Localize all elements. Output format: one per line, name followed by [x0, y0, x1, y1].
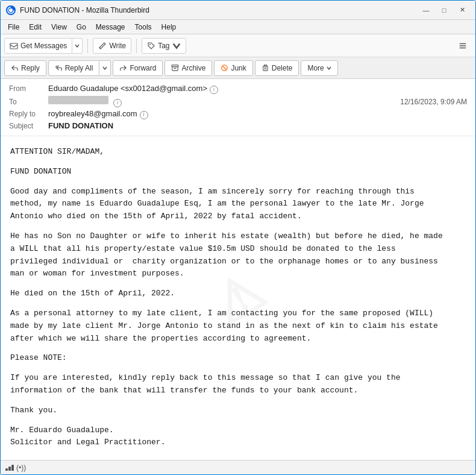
toolbar-separator-1 [87, 39, 88, 53]
status-text: (•)) [16, 464, 26, 472]
signal-icon [5, 465, 14, 471]
menu-hamburger-button[interactable] [454, 38, 472, 54]
title-bar: FUND DONATION - Mozilla Thunderbird — □ … [1, 1, 475, 20]
hamburger-icon [459, 42, 467, 50]
menu-edit[interactable]: Edit [24, 22, 46, 33]
reply-to-info-icon[interactable]: i [140, 111, 148, 119]
signal-bar-2 [8, 467, 11, 471]
window-controls: — □ ✕ [418, 4, 471, 17]
archive-button[interactable]: Archive [164, 60, 212, 76]
svg-point-4 [149, 44, 151, 45]
to-row: To i 12/16/2023, 9:09 AM [9, 96, 467, 107]
reply-label: Reply [21, 64, 40, 72]
window-title: FUND DONATION - Mozilla Thunderbird [20, 6, 418, 14]
junk-icon [221, 64, 228, 72]
menu-tools[interactable]: Tools [130, 22, 157, 33]
write-label: Write [109, 42, 126, 50]
signal-bar-1 [5, 468, 8, 471]
reply-to-row: Reply to roybrealey48@gmail.com i [9, 109, 467, 119]
get-messages-group: Get Messages [4, 38, 83, 54]
minimize-button[interactable]: — [418, 4, 434, 17]
archive-icon [171, 64, 179, 72]
menu-file[interactable]: File [3, 22, 24, 33]
menu-message[interactable]: Message [91, 22, 130, 33]
toolbar-separator-2 [136, 39, 137, 53]
body-paragraph-7: If you are interested, kindly reply back… [10, 372, 466, 397]
subject-label: Subject [9, 122, 48, 130]
action-bar: Reply Reply All [1, 57, 475, 79]
svg-line-12 [223, 66, 227, 70]
email-date: 12/16/2023, 9:09 AM [400, 98, 467, 106]
body-paragraph-3: He has no Son no Daughter or wife to inh… [10, 230, 466, 280]
more-chevron-icon [327, 66, 331, 71]
maximize-button[interactable]: □ [436, 4, 453, 17]
delete-button[interactable]: Delete [255, 60, 299, 76]
reply-button[interactable]: Reply [4, 60, 46, 76]
signal-bar-3 [11, 465, 14, 471]
junk-button[interactable]: Junk [214, 60, 252, 76]
to-redacted-value [48, 96, 108, 104]
close-button[interactable]: ✕ [454, 4, 471, 17]
body-paragraph-9: Mr. Eduardo Guadalupe. Solicitor and Leg… [10, 424, 466, 450]
reply-all-group: Reply All [48, 60, 111, 76]
menu-bar: File Edit View Go Message Tools Help [1, 20, 475, 34]
from-info-icon[interactable]: i [210, 86, 218, 94]
from-label: From [9, 84, 48, 93]
svg-rect-13 [263, 66, 268, 71]
delete-icon [261, 64, 269, 72]
to-info-icon[interactable]: i [113, 99, 122, 107]
delete-label: Delete [272, 64, 293, 72]
body-paragraph-0: ATTENTION SIR/MADAM, [10, 146, 466, 159]
status-bar: (•)) [1, 460, 475, 474]
subject-value: FUND DONATION [48, 121, 113, 130]
forward-label: Forward [130, 64, 156, 72]
pencil-icon [98, 42, 107, 50]
email-header: From Eduardo Guadalupe <sx0012ad@gmail.c… [1, 79, 475, 136]
svg-point-1 [9, 8, 13, 12]
main-window: FUND DONATION - Mozilla Thunderbird — □ … [0, 0, 476, 475]
reply-all-icon [55, 64, 63, 72]
body-paragraph-1: FUND DONATION [10, 166, 466, 178]
tag-icon [147, 42, 155, 50]
body-paragraph-4: He died on the 15th of April, 2022. [10, 288, 466, 300]
more-label: More [307, 64, 324, 72]
from-value: Eduardo Guadalupe <sx0012ad@gmail.com> [48, 84, 207, 93]
get-messages-label: Get Messages [20, 42, 67, 50]
get-messages-button[interactable]: Get Messages [4, 38, 72, 54]
forward-icon [119, 64, 127, 72]
to-label: To [9, 98, 48, 106]
tag-chevron-icon [172, 42, 181, 50]
inbox-icon [10, 42, 18, 50]
more-button[interactable]: More [301, 60, 337, 76]
toolbar: Get Messages Write Tag [1, 34, 475, 57]
svg-line-3 [99, 48, 101, 49]
reply-all-dropdown[interactable] [99, 60, 111, 76]
body-paragraph-2: Good day and compliments of the season, … [10, 186, 466, 223]
app-icon [5, 5, 16, 16]
reply-to-label: Reply to [9, 110, 48, 118]
get-messages-dropdown[interactable] [72, 38, 83, 54]
reply-all-chevron-icon [102, 66, 107, 71]
forward-button[interactable]: Forward [113, 60, 163, 76]
body-paragraph-5: As a personal attorney to my late client… [10, 307, 466, 345]
body-paragraph-8: Thank you. [10, 404, 466, 417]
menu-help[interactable]: Help [157, 22, 181, 33]
tag-label: Tag [158, 42, 169, 50]
chevron-down-icon [75, 43, 80, 48]
reply-icon [11, 64, 19, 72]
subject-row: Subject FUND DONATION [9, 121, 467, 130]
email-body: ⚠ ATTENTION SIR/MADAM,FUND DONATIONGood … [1, 136, 475, 460]
junk-label: Junk [231, 64, 246, 72]
menu-go[interactable]: Go [72, 22, 91, 33]
svg-rect-9 [172, 65, 178, 67]
from-row: From Eduardo Guadalupe <sx0012ad@gmail.c… [9, 84, 467, 94]
tag-button[interactable]: Tag [142, 38, 186, 54]
svg-rect-2 [10, 43, 17, 49]
reply-all-button[interactable]: Reply All [48, 60, 100, 76]
archive-label: Archive [181, 64, 205, 72]
body-content: ATTENTION SIR/MADAM,FUND DONATIONGood da… [10, 146, 466, 449]
write-button[interactable]: Write [93, 38, 131, 54]
menu-view[interactable]: View [46, 22, 72, 33]
reply-all-label: Reply All [65, 64, 93, 72]
reply-to-value: roybrealey48@gmail.com [48, 109, 137, 118]
